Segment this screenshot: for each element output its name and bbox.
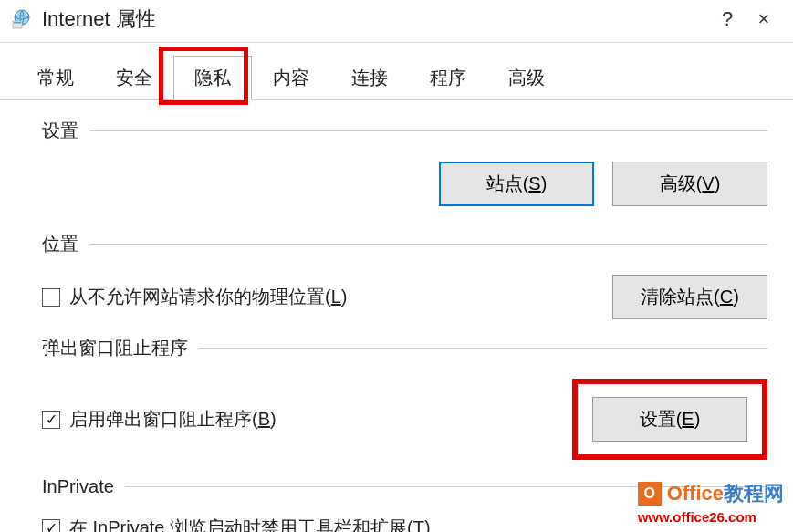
tab-general[interactable]: 常规 [16,56,95,99]
tab-advanced[interactable]: 高级 [487,56,566,99]
section-label-popup: 弹出窗口阻止程序 [42,336,188,360]
watermark-url: www.office26.com [638,509,784,525]
enable-popup-blocker-checkbox[interactable]: ✓ [42,411,60,429]
divider [89,130,767,131]
clear-sites-button[interactable]: 清除站点(C) [612,275,767,319]
watermark-brand: Office教程网 [667,480,784,507]
watermark-icon: O [638,482,662,506]
highlight-box-settings: 设置(E) [572,379,767,460]
section-popup-blocker: 弹出窗口阻止程序 ✓ 启用弹出窗口阻止程序(B) 设置(E) [42,336,767,460]
enable-popup-blocker-label: 启用弹出窗口阻止程序(B) [69,407,277,432]
tab-programs[interactable]: 程序 [409,56,487,99]
tab-content[interactable]: 内容 [252,56,330,99]
watermark: O Office教程网 www.office26.com [638,480,784,525]
help-button[interactable]: ? [709,7,746,31]
tab-security[interactable]: 安全 [95,56,173,99]
tab-privacy[interactable]: 隐私 [173,56,252,100]
popup-settings-button[interactable]: 设置(E) [592,397,747,442]
section-label-settings: 设置 [42,119,78,143]
tab-panel-privacy: 设置 站点(S) 高级(V) 位置 从不允许网站请求你的物理位置(L) [0,100,793,532]
internet-options-icon [11,8,33,30]
svg-rect-2 [14,22,21,24]
advanced-button[interactable]: 高级(V) [612,162,767,206]
tab-connections[interactable]: 连接 [330,56,409,99]
window-title: Internet 属性 [42,5,709,33]
section-location: 位置 从不允许网站请求你的物理位置(L) 清除站点(C) [42,232,767,319]
section-label-location: 位置 [42,232,78,256]
section-settings: 设置 站点(S) 高级(V) [42,119,767,206]
never-allow-location-checkbox[interactable] [42,288,60,307]
inprivate-disable-toolbars-checkbox[interactable]: ✓ [42,519,60,533]
divider [89,244,767,245]
sites-button[interactable]: 站点(S) [439,162,594,206]
never-allow-location-label: 从不允许网站请求你的物理位置(L) [69,285,347,309]
close-button[interactable]: × [746,7,782,31]
section-label-inprivate: InPrivate [42,476,114,497]
titlebar: Internet 属性 ? × [0,0,793,43]
inprivate-disable-toolbars-label: 在 InPrivate 浏览启动时禁用工具栏和扩展(T) [69,516,431,532]
tab-bar: 常规 安全 隐私 内容 连接 程序 高级 [0,43,793,100]
divider [199,348,767,349]
